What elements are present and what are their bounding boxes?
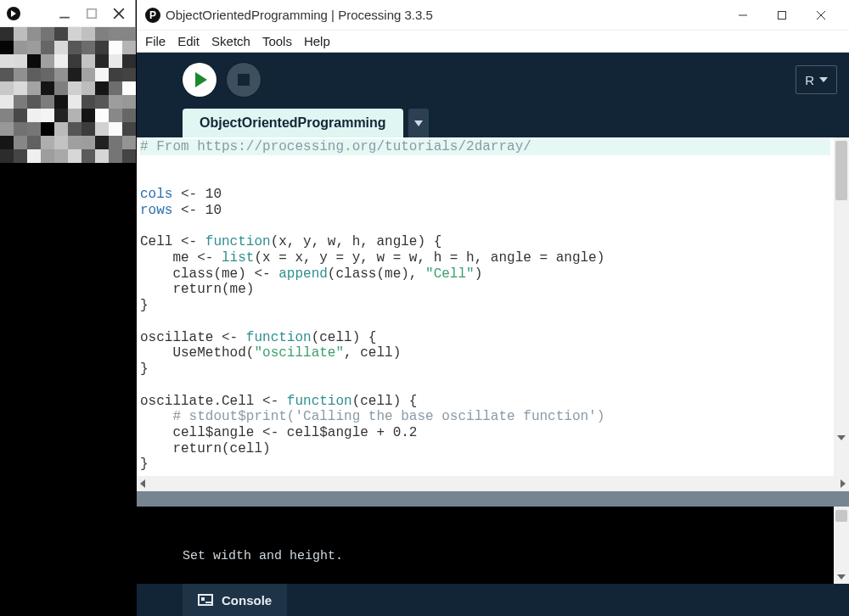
mode-selector[interactable]: R [796,65,837,94]
tab-menu-button[interactable] [408,109,429,137]
menu-sketch[interactable]: Sketch [208,34,254,48]
console-scrollbar[interactable] [834,507,849,584]
console-tab-label: Console [222,593,272,608]
stop-icon [238,74,250,86]
menu-tools[interactable]: Tools [259,34,295,48]
vertical-scrollbar[interactable] [834,137,849,476]
code-editor-area: # From https://processing.org/tutorials/… [137,137,849,476]
chevron-down-icon [819,77,828,82]
svg-rect-5 [779,11,786,19]
scroll-down-icon[interactable] [834,570,849,584]
sketch-canvas [0,27,136,163]
scroll-down-icon[interactable] [834,431,849,445]
scroll-thumb[interactable] [835,141,847,200]
sketch-tab[interactable]: ObjectOrientedProgramming [183,109,403,137]
sketch-titlebar[interactable] [0,0,135,27]
processing-titlebar[interactable]: P ObjectOrientedProgramming | Processing… [137,0,849,31]
minimize-button[interactable] [55,4,74,23]
minimize-button[interactable] [723,3,762,28]
run-button[interactable] [183,63,216,97]
maximize-button[interactable] [762,3,801,28]
console-icon [198,594,213,606]
sketch-tabbar: ObjectOrientedProgramming [137,107,849,137]
svg-rect-1 [87,8,97,18]
status-gutter [137,491,849,507]
maximize-button[interactable] [82,4,101,23]
close-button[interactable] [801,3,841,28]
menu-help[interactable]: Help [301,34,334,48]
code-editor[interactable]: # From https://processing.org/tutorials/… [137,137,834,476]
menu-file[interactable]: File [142,34,169,48]
mode-label: R [805,73,814,87]
desktop-background [0,163,136,616]
processing-window: P ObjectOrientedProgramming | Processing… [137,0,849,616]
play-icon [195,72,207,87]
close-button[interactable] [110,4,128,23]
scroll-left-icon[interactable] [140,479,145,488]
console-panel: Set width and height. [137,507,849,584]
scroll-thumb[interactable] [835,510,847,522]
chevron-down-icon [414,120,423,126]
menubar: FileEditSketchToolsHelp [137,31,849,53]
window-title: ObjectOrientedProgramming | Processing 3… [166,8,723,22]
footer-bar: Console [137,584,849,616]
stop-button[interactable] [227,63,261,97]
console-tab[interactable]: Console [183,584,287,616]
menu-edit[interactable]: Edit [174,34,203,48]
processing-logo-icon: P [145,8,160,23]
sketch-preview-window [0,0,136,163]
play-icon [7,7,20,20]
scroll-right-icon[interactable] [841,479,846,488]
toolbar: R [137,53,849,107]
console-output[interactable]: Set width and height. [137,507,834,584]
horizontal-scrollbar[interactable] [137,476,849,491]
